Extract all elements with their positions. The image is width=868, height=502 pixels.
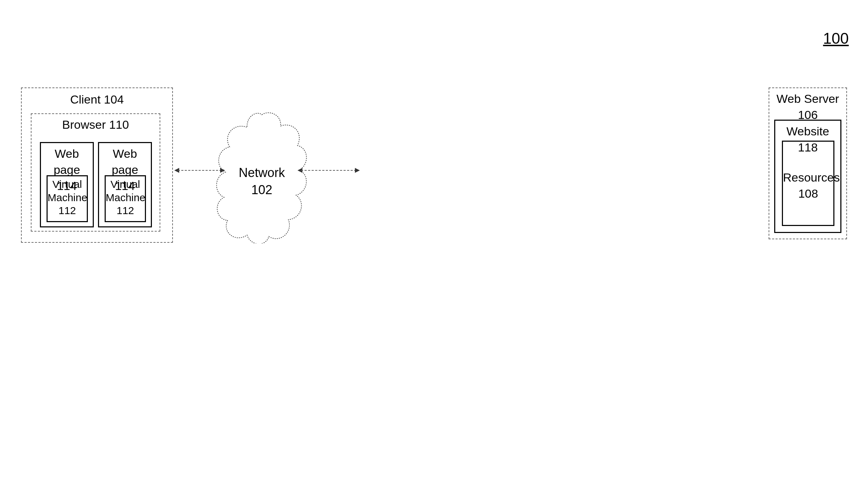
network-cloud: Network102 — [216, 112, 307, 243]
client-label: Client 104 — [22, 88, 172, 108]
figure-number: 100 — [823, 30, 849, 47]
webpage-box-1: Web page114 VirtualMachine112 — [40, 142, 94, 227]
arrow-line — [301, 170, 356, 171]
arrow-line — [178, 170, 222, 171]
vm-box-2: VirtualMachine112 — [105, 175, 146, 222]
resources-label: Resources108 — [783, 142, 833, 202]
system-diagram: Client 104 Browser 110 Web page114 Virtu… — [21, 87, 847, 245]
browser-label: Browser 110 — [31, 114, 160, 133]
server-label: Web Server106 — [769, 88, 846, 123]
arrowhead-right-icon — [355, 168, 360, 173]
arrow-network-server — [298, 168, 360, 173]
webpage-box-2: Web page114 VirtualMachine112 — [98, 142, 152, 227]
vm-box-1: VirtualMachine112 — [47, 175, 88, 222]
vm-1-label: VirtualMachine112 — [48, 176, 87, 217]
vm-2-label: VirtualMachine112 — [106, 176, 145, 217]
network-label: Network102 — [216, 164, 307, 198]
resources-box: Resources108 — [782, 141, 834, 226]
